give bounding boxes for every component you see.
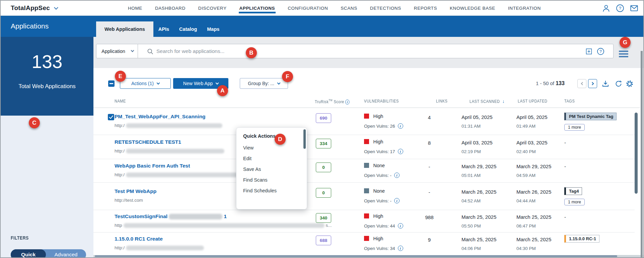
nav-item-reports[interactable]: REPORTS [414,1,437,16]
trurisk-score-badge[interactable]: 334 [316,139,331,148]
last-scanned-date: April 03, 2025 [461,140,493,145]
nav-item-dashboard[interactable]: DASHBOARD [155,1,186,16]
table-horizontal-scrollbar[interactable] [95,255,617,257]
url-prefix: http:/ [115,245,125,250]
filter-mode-toggle[interactable]: Quick Advanced [11,249,86,258]
severity-cell: None [364,188,385,195]
help-icon[interactable]: ? [616,4,625,13]
webapp-name-link[interactable]: Test PM WebApp [115,188,156,194]
last-updated-date: March 25, 2025 [516,237,551,242]
select-all-checkbox[interactable] [108,80,115,87]
next-page-button[interactable] [588,79,597,88]
filter-toggle-advanced[interactable]: Advanced [46,249,86,258]
redacted-url [126,149,224,153]
severity-color-swatch [364,236,369,241]
open-vulns-cell: Open Vulns: -i [364,173,400,178]
tab-apis[interactable]: APIs [153,21,174,37]
top-right-icons: ? [601,1,639,16]
redacted-url [126,246,204,250]
sort-desc-icon: ↓ [502,99,505,104]
quick-actions-menu: Quick Actions ViewEditSave AsFind ScansF… [236,127,307,209]
nav-item-scans[interactable]: SCANS [341,1,357,16]
open-vulns-info-icon[interactable]: i [394,198,400,203]
nav-item-knowledge-base[interactable]: KNOWLEDGE BASE [450,1,495,16]
webapp-name-link[interactable]: 1.15.0.0 RC1 Create [115,236,163,242]
add-criteria-icon[interactable] [585,48,592,55]
tools-menu-icon[interactable] [619,51,628,58]
webapp-name-cell: RETESTSCHEDULE TEST1 [115,139,181,145]
search-input[interactable] [156,45,542,58]
user-icon[interactable] [601,4,611,13]
mail-icon[interactable] [630,4,639,13]
tab-web-applications[interactable]: Web Applications [96,21,153,37]
callout-badge-b: B [246,47,257,58]
column-header-links[interactable]: LINKS [436,99,450,104]
menu-scrollbar[interactable] [303,129,306,149]
webapp-name-suffix: 1 [224,213,227,219]
table-vertical-scrollbar[interactable] [635,113,638,194]
open-vulns-info-icon[interactable]: i [398,123,403,129]
severity-label: None [373,163,385,168]
nav-item-home[interactable]: HOME [128,1,142,16]
row-checkbox[interactable] [108,114,114,120]
gear-icon[interactable] [626,80,634,88]
nav-item-discovery[interactable]: DISCOVERY [198,1,227,16]
open-vulns-info-icon[interactable]: i [398,149,403,154]
open-vulns-info-icon[interactable]: i [398,223,403,229]
tag-chip-wrap: Tag4 [564,187,582,195]
tab-maps[interactable]: Maps [202,21,224,37]
trurisk-info-icon[interactable]: i [345,100,349,105]
open-vulns-info-icon[interactable]: i [394,173,400,178]
search-category-select[interactable]: Application [96,44,138,58]
menu-item-find-schedules[interactable]: Find Schedules [236,185,307,196]
trurisk-score-badge[interactable]: 0 [316,163,331,172]
tag-chip[interactable]: PM Test Dynamic Tag [564,113,617,120]
search-help-icon[interactable]: ? [597,48,604,55]
nav-item-configuration[interactable]: CONFIGURATION [288,1,328,16]
menu-item-edit[interactable]: Edit [236,153,307,164]
webapp-name-link[interactable]: WebApp Basic Form Auth Test [115,163,190,169]
product-logo[interactable]: TotalAppSec [11,4,58,12]
nav-item-detections[interactable]: DETECTIONS [370,1,401,16]
links-count: - [416,164,443,170]
more-tags-button[interactable]: 1 more [564,124,585,131]
group-by-dropdown[interactable]: Group By: ... [240,78,288,89]
trurisk-score-badge[interactable]: 340 [316,213,331,223]
column-header-trurisk[interactable]: TruRiskTM Score i [315,99,357,105]
trurisk-score-badge[interactable]: 0 [316,188,331,198]
tag-chip-wrap: 1.15.0.0 RC-1 [564,235,599,243]
column-header-last-scanned[interactable]: LAST SCANNED↓ [470,99,512,104]
nav-item-applications[interactable]: APPLICATIONS [239,1,275,16]
filter-toggle-quick[interactable]: Quick [11,249,46,258]
menu-item-view[interactable]: View [236,142,307,153]
tag-chip[interactable]: Tag4 [564,187,582,195]
refresh-icon[interactable] [615,80,623,88]
last-scanned-time: 04:06 PM [461,246,481,251]
column-header-last-updated[interactable]: LAST UPDATED [518,99,554,104]
menu-item-find-scans[interactable]: Find Scans [236,175,307,185]
previous-page-button[interactable] [577,79,586,88]
tab-catalog[interactable]: Catalog [174,21,202,37]
tag-chip[interactable]: 1.15.0.0 RC-1 [564,235,599,243]
nav-item-integration[interactable]: INTEGRATION [508,1,541,16]
menu-item-save-as[interactable]: Save As [236,164,307,175]
webapp-name-link[interactable]: PM_Test_WebAppFor_API_Scanning [115,114,206,119]
severity-color-swatch [364,114,369,119]
search-category-value: Application [101,49,125,54]
select-chevron-down-icon [131,49,134,52]
webapp-name-cell: PM_Test_WebAppFor_API_Scanning [115,114,206,120]
severity-color-swatch [364,139,369,144]
webapp-name-link[interactable]: RETESTSCHEDULE TEST1 [115,139,181,145]
trurisk-score-badge[interactable]: 690 [316,113,331,123]
actions-button[interactable]: Actions (1) [120,78,171,89]
webapp-name-link[interactable]: TestCustomSignFinal [115,213,167,219]
trurisk-score-badge[interactable]: 688 [316,236,331,245]
column-header-vulnerabilities[interactable]: VULNERABILITIES [364,99,407,104]
more-tags-button[interactable]: 1 more [564,199,585,205]
open-vulns-info-icon[interactable]: i [398,246,403,251]
last-scanned-date: March 25, 2025 [461,214,496,220]
download-icon[interactable] [601,80,610,88]
column-header-tags[interactable]: TAGS [564,99,577,104]
total-count-panel: 133 Total Web Applications [1,37,93,116]
column-header-name[interactable]: NAME [115,99,128,104]
